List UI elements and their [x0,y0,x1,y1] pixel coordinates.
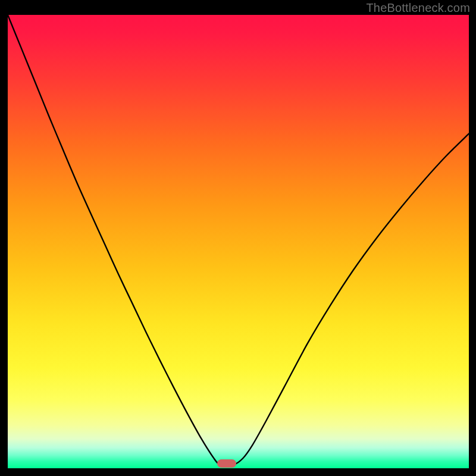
watermark-text: TheBottleneck.com [366,1,470,15]
chart-stage: TheBottleneck.com [0,0,476,476]
min-marker [217,459,236,468]
curve-layer [8,15,469,468]
plot-area [8,15,469,468]
bottleneck-curve [8,15,469,465]
